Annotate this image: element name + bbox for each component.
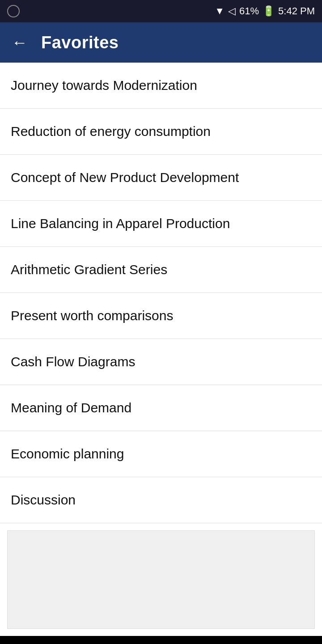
list-item-text: Discussion	[11, 492, 76, 508]
list-item-text: Present worth comparisons	[11, 308, 174, 323]
status-right: ▼ ◁ 61% 🔋 5:42 PM	[215, 5, 315, 17]
list-item[interactable]: Concept of New Product Development	[0, 155, 322, 201]
list-item-text: Concept of New Product Development	[11, 170, 239, 185]
list-item-text: Line Balancing in Apparel Production	[11, 216, 230, 231]
list-item-text: Journey towards Modernization	[11, 78, 197, 93]
battery-icon: 🔋	[263, 5, 275, 17]
spinner-icon	[7, 5, 20, 17]
list-item[interactable]: Arithmetic Gradient Series	[0, 247, 322, 293]
status-bar: ▼ ◁ 61% 🔋 5:42 PM	[0, 0, 322, 22]
list-item-text: Cash Flow Diagrams	[11, 354, 135, 369]
back-button[interactable]: ←	[9, 32, 30, 53]
list-item-text: Reduction of energy consumption	[11, 124, 211, 139]
list-item[interactable]: Line Balancing in Apparel Production	[0, 201, 322, 247]
list-item[interactable]: Present worth comparisons	[0, 293, 322, 339]
empty-area	[7, 530, 315, 629]
app-bar: ← Favorites	[0, 22, 322, 63]
favorites-list: Journey towards ModernizationReduction o…	[0, 63, 322, 636]
list-item[interactable]: Journey towards Modernization	[0, 63, 322, 109]
page-title: Favorites	[41, 33, 119, 52]
wifi-icon: ▼	[215, 5, 225, 17]
list-item[interactable]: Cash Flow Diagrams	[0, 339, 322, 385]
list-item[interactable]: Reduction of energy consumption	[0, 109, 322, 155]
status-left	[7, 5, 20, 17]
battery-percent: 61%	[239, 5, 259, 17]
list-item-text: Economic planning	[11, 446, 124, 462]
bottom-nav	[0, 636, 322, 644]
list-item-text: Meaning of Demand	[11, 400, 131, 415]
list-item[interactable]: Economic planning	[0, 431, 322, 477]
list-item[interactable]: Meaning of Demand	[0, 385, 322, 431]
time-display: 5:42 PM	[278, 5, 315, 17]
list-item[interactable]: Discussion	[0, 477, 322, 523]
list-item-text: Arithmetic Gradient Series	[11, 262, 167, 277]
signal-icon: ◁	[228, 5, 236, 17]
